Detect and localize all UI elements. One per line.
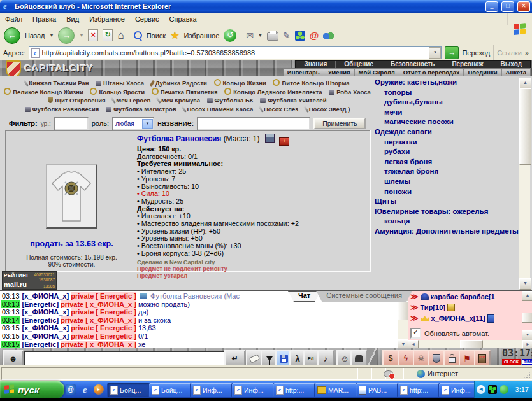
links-label[interactable]: Ссылки: [497, 49, 522, 57]
sell-link[interactable]: продать за 13.63 екр.: [6, 239, 137, 248]
menu-view[interactable]: Вид: [61, 14, 84, 24]
back-label[interactable]: Назад: [25, 32, 45, 39]
msg-author[interactable]: [х_ФИОНА_х]: [22, 292, 69, 300]
category-helmets[interactable]: шлемы: [375, 177, 519, 187]
history-button[interactable]: [224, 29, 236, 42]
user-name[interactable]: карабас барабас[1: [431, 293, 495, 300]
scroll-thumb[interactable]: [519, 88, 531, 165]
category-clubs[interactable]: дубины,булавы: [375, 97, 519, 108]
timer-label[interactable]: TIMER: [522, 359, 532, 365]
category-gloves[interactable]: перчатки: [375, 137, 519, 148]
menu-file[interactable]: Файл: [0, 14, 27, 24]
messenger-tray-icon[interactable]: [500, 385, 508, 394]
category-greaves[interactable]: поножи: [375, 187, 519, 197]
category-heavy-armor[interactable]: тяжелая броня: [375, 167, 519, 177]
lock-button[interactable]: [443, 350, 460, 367]
refresh-button[interactable]: [103, 29, 113, 41]
stop-button[interactable]: [88, 29, 98, 41]
shop-item-link[interactable]: Кинжал Тысячи Ран: [25, 80, 89, 87]
mail-dropdown-icon[interactable]: [258, 33, 262, 38]
shop-item-link[interactable]: Кольцо Ледяного Интеллекта: [224, 88, 322, 95]
category-clothes[interactable]: Одежда: сапоги: [375, 127, 519, 137]
go-button-icon[interactable]: [445, 46, 459, 59]
task-button[interactable]: http:...: [273, 383, 319, 398]
gold-info-badge-icon[interactable]: [447, 304, 455, 311]
menu-help[interactable]: Справка: [164, 14, 202, 24]
favorites-star-icon[interactable]: [170, 29, 179, 41]
sound-button[interactable]: [317, 350, 334, 367]
send-button[interactable]: [224, 350, 245, 367]
msg-author[interactable]: [Energetic]: [22, 316, 59, 324]
fight-settings-button[interactable]: [350, 350, 367, 367]
media-player-icon[interactable]: [94, 384, 104, 395]
ie-icon[interactable]: [80, 384, 90, 395]
address-url[interactable]: http://capitalcity.combats.com/buttons.p…: [42, 49, 427, 57]
msg-author[interactable]: [х_ФИОНА_х]: [22, 332, 69, 340]
scroll-down-button[interactable]: [519, 278, 531, 290]
icq-tray-icon[interactable]: [488, 385, 497, 394]
shop-item-link[interactable]: Футболка Магистров: [106, 106, 176, 113]
filter-name-input[interactable]: [197, 117, 310, 130]
shop-item-link[interactable]: Дубинка Радости: [151, 80, 207, 87]
shop-item-link[interactable]: Посох Звезд ): [305, 106, 350, 113]
forward-button[interactable]: [58, 27, 75, 44]
menu-tools[interactable]: Сервис: [130, 14, 164, 24]
smileys-button[interactable]: [3, 350, 24, 367]
task-button[interactable]: MAR...: [314, 383, 360, 398]
shop-item-link[interactable]: Витое Кольцо Шторма: [273, 80, 349, 87]
mail-button[interactable]: [246, 31, 254, 41]
start-button[interactable]: пуск: [0, 381, 64, 398]
guard-button[interactable]: [428, 350, 445, 367]
menu-favorites[interactable]: Избранное: [84, 14, 130, 24]
scroll-up-button[interactable]: [519, 78, 531, 89]
task-button[interactable]: РАВ...: [356, 383, 401, 398]
tab-chat[interactable]: Чат: [288, 291, 320, 302]
user-name[interactable]: Тир[10]: [421, 304, 445, 311]
blue-info-badge-icon[interactable]: [487, 314, 494, 323]
shop-item-link[interactable]: Щит Откровения: [48, 97, 105, 104]
auto-refresh-checkbox[interactable]: [410, 328, 421, 339]
search-label[interactable]: Поиск: [147, 32, 166, 39]
task-button[interactable]: Бойц...: [148, 383, 194, 398]
category-weapons[interactable]: Оружие: кастеты,ножи: [375, 78, 519, 88]
mask-button[interactable]: [413, 350, 429, 367]
filter-level-input[interactable]: [54, 117, 89, 130]
shop-item-link[interactable]: Футболка Равновесия: [25, 106, 99, 113]
scroll-down-button[interactable]: [522, 330, 532, 341]
shop-item-link[interactable]: Кольцо Жизни: [214, 80, 266, 87]
clock-label[interactable]: CLOCK: [502, 359, 521, 365]
shop-item-link[interactable]: Роба Хаоса: [329, 88, 371, 95]
minimize-button[interactable]: [485, 1, 498, 12]
back-button[interactable]: [4, 27, 20, 44]
go-label[interactable]: Переход: [462, 49, 490, 57]
search-icon[interactable]: [134, 31, 142, 39]
flag-button[interactable]: [459, 350, 475, 367]
shop-item-link[interactable]: Меч Героев: [112, 97, 150, 104]
category-shirts[interactable]: рубахи: [375, 147, 519, 157]
category-light-armor[interactable]: легкая броня: [375, 157, 519, 167]
close-button[interactable]: [517, 1, 530, 12]
task-button[interactable]: Инф...: [231, 383, 277, 398]
task-button[interactable]: Инф...: [190, 383, 236, 398]
favorites-label[interactable]: Избранное: [184, 32, 220, 39]
back-dropdown-icon[interactable]: [50, 33, 54, 38]
category-staves[interactable]: магические посохи: [375, 117, 519, 127]
mailru-agent-icon[interactable]: [310, 30, 319, 41]
scroll-thumb[interactable]: [522, 313, 532, 323]
msg-author[interactable]: [х_ФИОНА_х]: [22, 324, 69, 332]
tab-system-messages[interactable]: Системные сообщения: [316, 291, 412, 302]
edit-button[interactable]: [283, 31, 291, 41]
attack-button[interactable]: [398, 350, 414, 367]
shop-item-link[interactable]: Великое Кольцо Жизни: [4, 88, 83, 95]
address-input[interactable]: http://capitalcity.combats.com/buttons.p…: [29, 46, 442, 59]
category-jewelry[interactable]: Ювелирные товары: ожерелья: [375, 207, 519, 217]
money-button[interactable]: [382, 350, 399, 367]
mail-agent-icon[interactable]: [66, 384, 76, 395]
shop-item-link[interactable]: Меч Кромуса: [157, 97, 200, 104]
shop-item-link[interactable]: Кольцо Ярости: [90, 88, 145, 95]
tray-chevron-icon[interactable]: [477, 385, 485, 394]
shop-item-link[interactable]: Печатка Пятилетия: [152, 88, 218, 95]
forward-dropdown-icon[interactable]: [79, 33, 83, 38]
shop-item-link[interactable]: Футболка БК: [207, 97, 254, 104]
category-swords[interactable]: мечи: [375, 108, 519, 118]
